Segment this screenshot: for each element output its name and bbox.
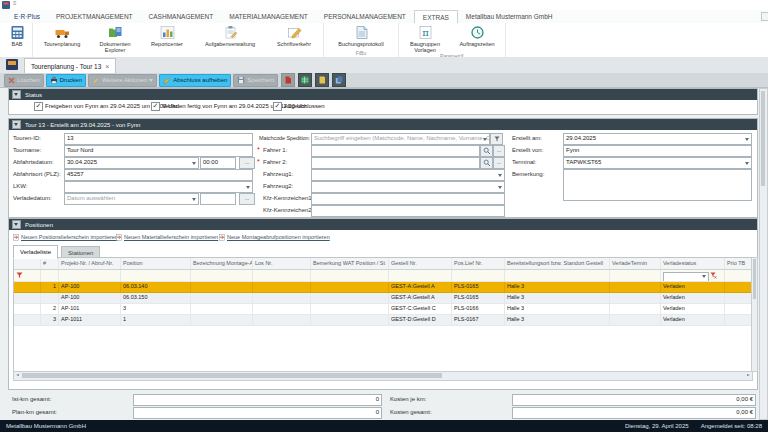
table-vertical-scrollbar[interactable] bbox=[751, 257, 758, 372]
column-header[interactable]: VerladeTermin bbox=[610, 258, 661, 269]
plan-km-field[interactable]: 0 bbox=[133, 407, 382, 419]
verladestatus-filter-combobox[interactable] bbox=[663, 272, 709, 282]
scroll-right-icon[interactable] bbox=[747, 374, 750, 376]
completed-checkbox[interactable] bbox=[273, 102, 282, 111]
kfz-kennzeichen2-field[interactable] bbox=[311, 205, 505, 217]
main-vertical-scrollbar[interactable] bbox=[759, 88, 768, 420]
clear-filter-icon[interactable] bbox=[710, 272, 717, 279]
tab-verladeliste[interactable]: Verladeliste bbox=[13, 245, 58, 259]
filter-cell[interactable] bbox=[121, 270, 191, 281]
ribbon-item-reportcenter[interactable]: Reportcenter bbox=[140, 24, 194, 53]
delete-button[interactable]: Löschen bbox=[4, 74, 44, 87]
ribbon-tab-extras[interactable]: EXTRAS bbox=[414, 10, 458, 24]
ribbon-tab-materialmanagement[interactable]: MATERIALMANAGEMENT bbox=[221, 10, 316, 23]
ribbon-tab-personalmanagement[interactable]: PERSONALMANAGEMENT bbox=[316, 10, 414, 23]
table-row[interactable]: 3 AP-1011 1 GEST-D:Gestell D PLS-0167 Ha… bbox=[14, 315, 752, 326]
column-header[interactable]: Los Nr. bbox=[253, 258, 311, 269]
column-header[interactable]: Pos.Lief Nr. bbox=[452, 258, 505, 269]
filter-cell[interactable] bbox=[661, 270, 725, 281]
column-header[interactable]: Bemerkung WAT Position / St bbox=[311, 258, 389, 269]
column-header[interactable]: # bbox=[41, 258, 59, 269]
fahrer1-search-button[interactable] bbox=[480, 145, 493, 157]
kosten-je-km-field[interactable]: 0,00 € bbox=[512, 394, 756, 406]
released-checkbox[interactable] bbox=[34, 102, 43, 111]
table-row[interactable]: AP-100 06.03.150 GEST-A:Gestell A PLS-01… bbox=[14, 293, 752, 304]
filter-icon[interactable] bbox=[16, 272, 23, 279]
column-header[interactable]: Prio TB bbox=[725, 258, 753, 269]
matchcode-field[interactable]: Suchbegriff eingeben (Matchcode, Name, N… bbox=[311, 133, 490, 145]
fahrzeug2-field[interactable] bbox=[311, 181, 505, 193]
ribbon-tab-projektmanagement[interactable]: PROJEKTMANAGEMENT bbox=[48, 10, 141, 23]
filter-cell[interactable] bbox=[452, 270, 505, 281]
filter-cell[interactable] bbox=[505, 270, 610, 281]
ribbon-item-auftragszeiten[interactable]: Auftragszeiten bbox=[450, 24, 504, 53]
import-materiallieferschein-link[interactable]: Neuen Materiallieferschein importieren bbox=[124, 234, 218, 240]
filter-cell[interactable] bbox=[191, 270, 253, 281]
column-header[interactable]: Verladestatus bbox=[661, 258, 725, 269]
lkw-field[interactable] bbox=[64, 181, 253, 193]
matchcode-filter-button[interactable] bbox=[490, 133, 503, 145]
abfahrtsdatum-field[interactable]: 30.04.2025 bbox=[64, 157, 199, 169]
save-button[interactable]: Speichern bbox=[233, 74, 278, 87]
fahrer2-search-button[interactable] bbox=[480, 157, 493, 169]
column-header[interactable]: Bereitstellungsort bzw. Standort Gestell bbox=[505, 258, 610, 269]
abfahrtszeit-field[interactable]: 00:00 bbox=[200, 157, 236, 169]
filter-cell[interactable] bbox=[725, 270, 753, 281]
ist-km-field[interactable]: 0 bbox=[133, 394, 382, 406]
kosten-gesamt-field[interactable]: 0,00 € bbox=[512, 407, 756, 419]
filter-cell[interactable] bbox=[253, 270, 311, 281]
column-header[interactable]: Position bbox=[121, 258, 191, 269]
document-tab-tourenplanung[interactable]: Tourenplanung - Tour 13 × bbox=[24, 58, 116, 74]
more-actions-button[interactable]: Weitere Aktionen bbox=[88, 74, 157, 87]
status-panel-header[interactable]: Status bbox=[9, 89, 757, 100]
copy-export-button[interactable] bbox=[332, 73, 346, 87]
import-montageabruf-link[interactable]: Neue Montageabrufpositionen importieren bbox=[227, 234, 330, 240]
document-export-button[interactable] bbox=[315, 73, 329, 87]
print-button[interactable]: Drucken bbox=[46, 74, 86, 87]
table-row[interactable]: 1 AP-100 06.03.140 GEST-A:Gestell A PLS-… bbox=[14, 282, 752, 293]
pdf-export-button[interactable] bbox=[281, 73, 295, 87]
ribbon-item-aufgabenverwaltung[interactable]: Aufgabenverwaltung bbox=[194, 24, 266, 53]
ribbon-tab-erplus[interactable]: E·R·Plus bbox=[6, 10, 48, 23]
collapse-icon[interactable] bbox=[12, 90, 21, 99]
quick-access-menu-icon[interactable]: ≡ bbox=[13, 0, 17, 6]
ribbon-tab-cashmanagement[interactable]: CASHMANAGEMENT bbox=[141, 10, 222, 23]
table-row[interactable]: 2 AP-101 3 GEST-C:Gestell C PLS-0166 Hal… bbox=[14, 304, 752, 315]
ribbon-collapse-icon[interactable] bbox=[761, 12, 768, 21]
table-horizontal-scrollbar[interactable] bbox=[13, 371, 753, 381]
close-icon[interactable]: × bbox=[105, 63, 109, 70]
scrollbar-thumb[interactable] bbox=[22, 373, 442, 378]
ribbon-item-buchungsprotokoll[interactable]: Buchungsprotokoll bbox=[325, 24, 397, 50]
column-header[interactable]: Bezeichnung Montage-Ab bbox=[191, 258, 253, 269]
bemerkung-field[interactable] bbox=[563, 169, 752, 201]
abfahrtsdatum-browse-button[interactable] bbox=[239, 157, 255, 169]
ribbon-item-bab[interactable]: BAB bbox=[3, 24, 31, 50]
tour-panel-header[interactable]: Tour 13 - Erstellt am 29.04.2025 - von F… bbox=[9, 119, 757, 130]
ribbon-item-schriftverkehr[interactable]: Schriftverkehr bbox=[266, 24, 322, 53]
import-positionslieferschein-link[interactable]: Neuen Positionslieferschein importieren bbox=[21, 234, 118, 240]
filter-cell[interactable] bbox=[311, 270, 389, 281]
ribbon-item-tourenplanung[interactable]: Tourenplanung bbox=[34, 24, 90, 53]
scrollbar-thumb[interactable] bbox=[753, 259, 756, 299]
ribbon-item-baugruppen-vorlagen[interactable]: π Baugruppen Vorlagen bbox=[400, 24, 450, 53]
tourname-field[interactable]: Tour Nord bbox=[64, 145, 253, 157]
abfahrtsort-field[interactable]: 45257 bbox=[64, 169, 253, 181]
filter-cell[interactable] bbox=[59, 270, 121, 281]
reopen-button[interactable]: Abschluss aufheben bbox=[159, 74, 231, 87]
verladezeit-field[interactable] bbox=[200, 193, 236, 205]
kfz-kennzeichen1-field[interactable] bbox=[311, 193, 505, 205]
verladedatum-browse-button[interactable] bbox=[239, 193, 255, 205]
erstellt-am-field[interactable]: 29.04.2025 bbox=[563, 133, 752, 145]
touren-id-field[interactable]: 13 bbox=[64, 133, 253, 145]
filter-cell[interactable] bbox=[389, 270, 452, 281]
collapse-icon[interactable] bbox=[12, 120, 21, 129]
positions-panel-header[interactable]: Positionen bbox=[9, 219, 757, 230]
fahrer1-browse-button[interactable] bbox=[493, 145, 505, 157]
collapse-icon[interactable] bbox=[12, 220, 21, 229]
scroll-left-icon[interactable] bbox=[16, 374, 19, 376]
fahrzeug1-field[interactable] bbox=[311, 169, 505, 181]
scrollbar-thumb[interactable] bbox=[761, 91, 765, 186]
fahrer2-browse-button[interactable] bbox=[493, 157, 505, 169]
filter-cell[interactable] bbox=[610, 270, 661, 281]
column-header[interactable]: Gestell Nr. bbox=[389, 258, 452, 269]
